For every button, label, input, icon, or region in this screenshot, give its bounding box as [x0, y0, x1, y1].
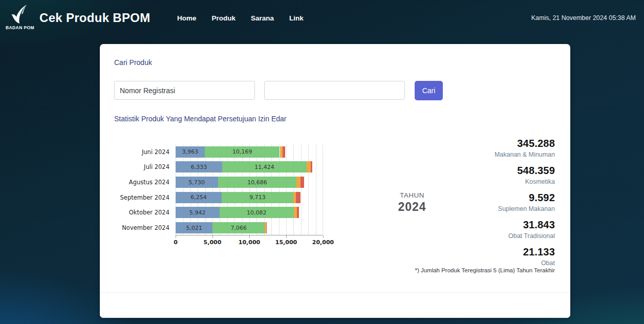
bar-value-label: 6,333 — [191, 164, 207, 170]
axis-tick-mark — [323, 235, 324, 238]
bar-segment-red — [311, 161, 313, 172]
chart-category-label: Oktober 2024 — [114, 209, 173, 216]
bar-segment-blue: 5,942 — [176, 207, 220, 218]
nav-item-link[interactable]: Link — [289, 14, 304, 22]
main-nav: Home Produk Sarana Link — [177, 0, 304, 36]
bar-value-label: 11,424 — [254, 164, 274, 170]
search-input[interactable] — [264, 81, 405, 100]
bar-segment-blue: 5,021 — [176, 222, 212, 233]
statistics-section-title: Statistik Produk Yang Mendapat Persetuju… — [114, 115, 286, 123]
top-navbar: BADAN POM Cek Produk BPOM Home Produk Sa… — [0, 0, 644, 36]
site-title: Cek Produk BPOM — [39, 11, 151, 25]
bar-segment-orange — [307, 161, 311, 172]
stat-obat-tradisional: 31.843 Obat Tradisional — [391, 220, 555, 240]
search-type-select[interactable]: Nomor Registrasi — [114, 81, 255, 100]
stat-value: 9.592 — [391, 192, 555, 203]
axis-tick-mark — [212, 235, 213, 238]
stat-makanan-minuman: 345.288 Makanan & Minuman — [391, 138, 555, 158]
stat-suplemen-makanan: 9.592 Suplemen Makanan — [391, 192, 555, 212]
bar-segment-green: 7,066 — [212, 222, 265, 233]
chart-bar: 5,94210,082 — [176, 207, 323, 218]
bar-value-label: 3,963 — [182, 148, 199, 155]
bar-segment-red — [266, 222, 267, 233]
axis-tick-label: 20,000 — [307, 239, 339, 246]
stat-label: Obat Tradisional — [391, 232, 555, 240]
logo-brand-text: BADAN POM — [5, 25, 35, 30]
bar-value-label: 10,169 — [232, 148, 252, 155]
search-button[interactable]: Cari — [415, 81, 443, 100]
axis-tick-mark — [249, 235, 250, 238]
bar-segment-blue: 3,963 — [176, 146, 205, 158]
bpom-logo[interactable]: BADAN POM — [5, 3, 35, 30]
chart-plot-area: Juni 20243,96310,169Juli 20246,33311,424… — [114, 144, 355, 235]
bar-value-label: 10,686 — [247, 179, 267, 186]
chart-bar: 5,73010,686 — [176, 177, 323, 188]
main-card: Cari Produk Nomor Registrasi Cari Statis… — [100, 44, 570, 318]
bpom-bird-icon — [8, 3, 32, 25]
chart-bar: 3,96310,169 — [176, 146, 323, 158]
totals-panel: 345.288 Makanan & Minuman 548.359 Kosmet… — [391, 138, 555, 273]
chart-category-label: September 2024 — [114, 194, 173, 201]
bar-segment-green: 10,169 — [205, 146, 280, 158]
bar-value-label: 6,254 — [190, 194, 207, 201]
nav-item-home[interactable]: Home — [177, 14, 197, 22]
chart-bar: 6,33311,424 — [176, 161, 323, 172]
stats-footnote: *) Jumlah Produk Teregistrasi 5 (Lima) T… — [391, 267, 555, 273]
nav-item-produk[interactable]: Produk — [212, 14, 236, 22]
chart-row: Agustus 20245,73010,686 — [114, 175, 355, 190]
stat-label: Makanan & Minuman — [391, 151, 555, 158]
stat-value: 31.843 — [391, 220, 555, 230]
bar-segment-orange — [296, 177, 300, 188]
axis-tick-mark — [176, 235, 176, 238]
axis-tick-label: 15,000 — [270, 239, 303, 246]
axis-tick-label: 5,000 — [196, 239, 229, 246]
search-section-title: Cari Produk — [114, 58, 152, 67]
stat-label: Obat — [391, 260, 555, 267]
bar-segment-green: 10,082 — [220, 207, 294, 218]
chart-row: Juli 20246,33311,424 — [114, 160, 355, 175]
bar-segment-blue: 6,333 — [176, 161, 222, 172]
chart-category-label: Agustus 2024 — [114, 179, 173, 186]
bar-segment-red — [296, 192, 300, 203]
bar-value-label: 5,942 — [189, 209, 206, 216]
card-footer — [100, 293, 570, 318]
chart-row: Juni 20243,96310,169 — [114, 144, 355, 160]
chart-category-label: Juni 2024 — [114, 148, 173, 156]
bar-value-label: 5,021 — [186, 225, 202, 231]
chart-category-label: Juli 2024 — [114, 163, 173, 170]
stat-value: 21.133 — [391, 247, 555, 257]
chart-row: November 20245,0217,066 — [114, 220, 355, 235]
approval-statistics-chart: Juni 20243,96310,169Juli 20246,33311,424… — [114, 144, 355, 246]
bar-segment-blue: 5,730 — [176, 177, 218, 188]
nav-item-sarana[interactable]: Sarana — [251, 14, 274, 22]
stat-label: Kosmetika — [391, 178, 555, 185]
axis-tick-label: 0 — [159, 239, 192, 246]
stat-value: 345.288 — [391, 138, 555, 148]
bar-value-label: 5,730 — [189, 179, 205, 186]
bar-value-label: 7,066 — [230, 225, 247, 231]
stat-value: 548.359 — [391, 165, 555, 176]
chart-category-label: November 2024 — [114, 224, 173, 231]
stat-label: Suplemen Makanan — [391, 205, 555, 212]
bar-value-label: 9,713 — [249, 194, 266, 201]
chart-bar: 6,2549,713 — [176, 192, 323, 203]
axis-tick-mark — [286, 235, 287, 238]
bar-segment-red — [300, 177, 304, 188]
bar-segment-red — [283, 146, 286, 158]
stat-obat: 21.133 Obat — [391, 247, 555, 267]
bar-segment-red — [297, 207, 299, 218]
axis-tick-label: 10,000 — [233, 239, 266, 246]
bar-value-label: 10,082 — [247, 209, 267, 216]
stat-kosmetika: 548.359 Kosmetika — [391, 165, 555, 185]
current-datetime: Kamis, 21 November 2024 05:38 AM — [531, 14, 636, 21]
bar-segment-green: 10,686 — [218, 177, 297, 188]
bar-segment-blue: 6,254 — [176, 192, 222, 203]
bar-segment-green: 9,713 — [222, 192, 293, 203]
bar-segment-green: 11,424 — [222, 161, 307, 172]
chart-row: Oktober 20245,94210,082 — [114, 205, 355, 221]
chart-x-axis: 05,00010,00015,00020,000 — [176, 235, 324, 246]
chart-row: September 20246,2549,713 — [114, 190, 355, 205]
chart-bar: 5,0217,066 — [176, 222, 323, 233]
